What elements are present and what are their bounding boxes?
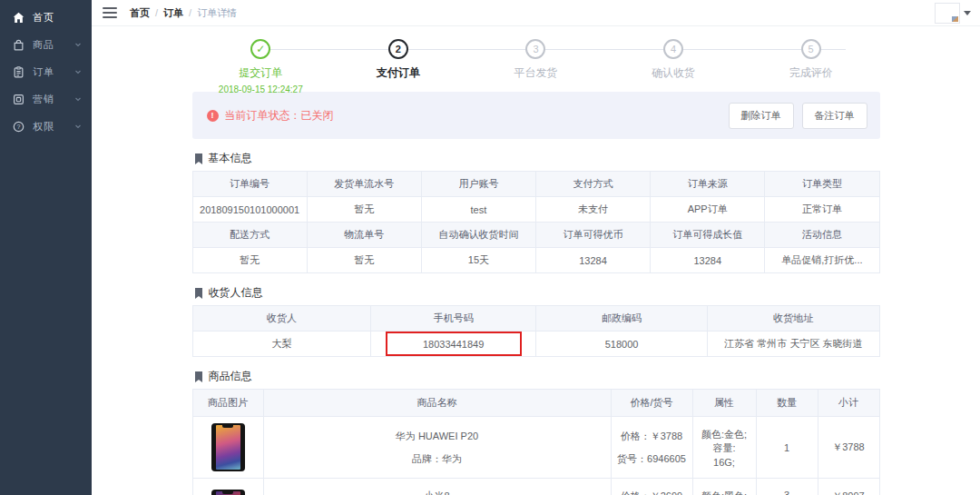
table-header-cell: 小计 (818, 390, 879, 417)
breadcrumb-orders[interactable]: 订单 (163, 6, 183, 20)
attributes-cell: 颜色:金色;容量: 16G; (692, 417, 756, 479)
sidebar-item-label: 商品 (33, 38, 74, 52)
price-sn-cell: 价格：￥3788 货号：6946605 (611, 417, 692, 479)
step-submit-order: ✓ 提交订单 2018-09-15 12:24:27 (192, 39, 330, 95)
breadcrumb-home[interactable]: 首页 (130, 6, 150, 20)
order-status-text: 当前订单状态：已关闭 (225, 108, 334, 124)
sidebar-item-label: 权限 (33, 120, 74, 134)
order-number-cell: 201809150101000001 (192, 197, 307, 223)
table-row: 201809150101000001 暂无 test 未支付 APP订单 正常订… (192, 197, 879, 223)
table-header-cell: 发货单流水号 (307, 172, 421, 197)
table-header-cell: 活动信息 (765, 223, 879, 248)
product-price: 价格：￥2699 (612, 490, 692, 495)
product-image-cell (192, 479, 263, 495)
quantity-cell: 3 (756, 479, 818, 495)
step-number: 3 (525, 39, 545, 59)
table-header-cell: 订单来源 (651, 172, 765, 197)
sidebar: 首页 商品 订单 营销 (0, 0, 92, 495)
step-confirm-receipt: 4 确认收货 (604, 39, 742, 95)
subtotal-cell: ￥8097 (818, 479, 879, 495)
sidebar-item-home[interactable]: 首页 (0, 4, 92, 31)
bookmark-icon (194, 153, 203, 164)
table-header-row: 收货人 手机号码 邮政编码 收货地址 (192, 306, 879, 332)
svg-text:?: ? (17, 124, 21, 130)
red-annotation-box: 18033441849 (386, 332, 522, 356)
quantity-cell: 1 (756, 417, 818, 479)
product-name: 小米8 (264, 490, 611, 495)
table-header-cell: 配送方式 (192, 223, 307, 248)
table-header-cell: 手机号码 (371, 306, 536, 332)
table-header-cell: 自动确认收货时间 (421, 223, 535, 248)
note-order-button[interactable]: 备注订单 (802, 103, 867, 129)
table-header-cell: 价格/货号 (611, 390, 692, 417)
app-root: 首页 商品 订单 营销 (0, 0, 980, 495)
caret-down-icon[interactable] (964, 11, 971, 15)
basic-info-section-title: 基本信息 (194, 151, 878, 166)
chevron-down-icon (74, 122, 83, 131)
content: ✓ 提交订单 2018-09-15 12:24:27 2 支付订单 3 平台发货 (92, 26, 980, 495)
hamburger-menu-icon[interactable] (103, 7, 117, 18)
receiver-name-cell: 大梨 (192, 332, 371, 357)
table-header-cell: 订单编号 (192, 172, 307, 197)
table-cell: 13284 (651, 248, 765, 273)
table-cell: 暂无 (307, 197, 421, 223)
price-sn-cell: 价格：￥2699 (611, 479, 692, 495)
marketing-icon (13, 94, 24, 105)
sidebar-item-goods[interactable]: 商品 (0, 31, 92, 58)
step-number: 4 (663, 39, 683, 59)
product-brand: 品牌：华为 (264, 452, 611, 466)
subtotal-cell: ￥3788 (818, 417, 879, 479)
postal-code-cell: 518000 (535, 332, 707, 357)
sidebar-item-label: 订单 (33, 65, 74, 79)
chevron-down-icon (74, 94, 83, 104)
step-timestamp: 2018-09-15 12:24:27 (219, 84, 303, 95)
table-header-cell: 收货地址 (708, 306, 879, 332)
step-number: 5 (801, 39, 821, 59)
xiaomi-mi8-product-image (211, 490, 245, 495)
chevron-down-icon (74, 40, 83, 49)
table-row: 大梨 18033441849 518000 江苏省 常州市 天宁区 东晓街道 (192, 332, 879, 357)
table-cell: 未支付 (535, 197, 650, 223)
main-area: 首页 / 订单 / 订单详情 ✓ 提交订单 (92, 0, 980, 495)
table-header-cell: 商品图片 (192, 390, 263, 417)
order-status-alert: ! 当前订单状态：已关闭 删除订单 备注订单 (192, 92, 880, 139)
sidebar-item-label: 首页 (33, 11, 83, 25)
chevron-down-icon (74, 67, 83, 76)
table-header-cell: 商品名称 (263, 390, 611, 417)
breadcrumb: 首页 / 订单 / 订单详情 (130, 6, 237, 20)
table-header-cell: 邮政编码 (535, 306, 707, 332)
sidebar-item-marketing[interactable]: 营销 (0, 85, 92, 113)
step-pay-order: 2 支付订单 (329, 39, 467, 95)
receiver-info-section-title: 收货人信息 (194, 285, 878, 301)
table-cell: test (421, 197, 535, 223)
goods-info-section-title: 商品信息 (194, 369, 878, 384)
topbar: 首页 / 订单 / 订单详情 (92, 0, 980, 26)
bookmark-icon (194, 371, 203, 382)
delete-order-button[interactable]: 删除订单 (729, 103, 794, 129)
order-icon (13, 66, 24, 78)
phone-number: 18033441849 (423, 339, 484, 350)
table-header-row: 商品图片 商品名称 价格/货号 属性 数量 小计 (192, 390, 879, 417)
product-sn: 货号：6946605 (612, 452, 692, 466)
exclamation-circle-icon: ! (207, 110, 219, 122)
table-header-cell: 订单可得成长值 (651, 223, 765, 248)
table-header-cell: 用户账号 (421, 172, 535, 197)
avatar[interactable] (935, 3, 960, 24)
product-name-cell: 小米8 (263, 479, 611, 495)
bookmark-icon (194, 288, 203, 299)
order-progress-stepper: ✓ 提交订单 2018-09-15 12:24:27 2 支付订单 3 平台发货 (192, 26, 880, 86)
table-header-cell: 订单类型 (765, 172, 879, 197)
step-platform-ship: 3 平台发货 (467, 39, 605, 95)
huawei-p20-product-image (211, 423, 245, 471)
table-cell: APP订单 (651, 197, 765, 223)
phone-number-cell: 18033441849 (371, 332, 536, 357)
sidebar-item-orders[interactable]: 订单 (0, 58, 92, 85)
table-header-cell: 数量 (756, 390, 818, 417)
topbar-right (935, 3, 971, 24)
sidebar-item-permissions[interactable]: ? 权限 (0, 113, 92, 140)
sidebar-item-label: 营销 (33, 93, 74, 106)
table-row: 暂无 暂无 15天 13284 13284 单品促销,打折优... (192, 248, 879, 273)
product-row: 华为 HUAWEI P20 品牌：华为 价格：￥3788 货号：6946605 (192, 417, 879, 479)
step-complete-review: 5 完成评价 (742, 39, 880, 95)
table-header-cell: 属性 (692, 390, 756, 417)
